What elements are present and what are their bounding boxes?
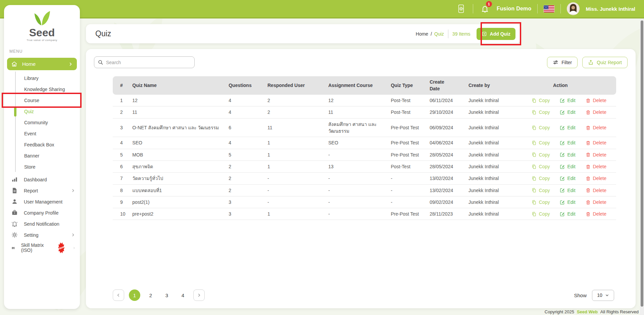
cell-action: Copy Edit Delete <box>505 137 616 149</box>
quiz-report-label: Quiz Report <box>597 60 622 65</box>
sidebar-item-knowledge-sharing[interactable]: Knowledge Sharing <box>4 84 80 95</box>
sidebar-item-feedback-box[interactable]: Feedback Box <box>4 139 80 150</box>
cell-quiz-name: pre+post2 <box>130 208 226 220</box>
delete-button[interactable]: Delete <box>586 175 606 182</box>
col-responded-user: Responded User <box>265 76 326 95</box>
next-page-button[interactable] <box>193 289 205 301</box>
edit-button[interactable]: Edit <box>560 163 575 170</box>
edit-icon <box>560 110 565 115</box>
delete-button[interactable]: Delete <box>586 97 606 104</box>
previous-page-button[interactable] <box>113 289 124 301</box>
sidebar-item-banner[interactable]: Banner <box>4 150 80 162</box>
col-questions: Questions <box>226 76 265 95</box>
cell-number: 10 <box>113 208 130 220</box>
search-box <box>94 56 195 68</box>
sidebar-item-quiz[interactable]: Quiz <box>4 106 80 117</box>
user-avatar[interactable] <box>567 2 580 15</box>
add-quiz-button[interactable]: Add Quiz <box>477 28 515 40</box>
copy-label: Copy <box>539 124 550 131</box>
copy-button[interactable]: Copy <box>532 211 550 217</box>
scrollbar-thumb[interactable] <box>641 20 643 307</box>
edit-button[interactable]: Edit <box>560 124 575 131</box>
copy-button[interactable]: Copy <box>532 139 550 146</box>
page-button[interactable]: 2 <box>145 289 156 301</box>
footer-brand-link[interactable]: Seed Web <box>576 309 598 314</box>
edit-button[interactable]: Edit <box>560 151 575 158</box>
cell-questions: 4 <box>226 95 265 106</box>
delete-button[interactable]: Delete <box>586 109 606 116</box>
table-row: 10 pre+post2 3 1 - Pre-Post Test 28/11/2… <box>113 208 616 220</box>
delete-button[interactable]: Delete <box>586 211 606 217</box>
copy-icon <box>532 176 537 181</box>
cell-responded-user: - <box>265 184 326 196</box>
page-button[interactable]: 4 <box>177 289 189 301</box>
delete-icon <box>586 188 591 193</box>
edit-label: Edit <box>567 175 575 182</box>
delete-button[interactable]: Delete <box>586 163 606 170</box>
edit-button[interactable]: Edit <box>560 139 575 146</box>
copy-button[interactable]: Copy <box>532 97 550 104</box>
edit-label: Edit <box>567 109 575 116</box>
copy-button[interactable]: Copy <box>532 109 550 116</box>
delete-button[interactable]: Delete <box>586 124 606 131</box>
edit-icon <box>560 188 565 193</box>
cell-action: Copy Edit Delete <box>505 161 616 172</box>
edit-button[interactable]: Edit <box>560 199 575 206</box>
sidebar-item-community[interactable]: Community <box>4 117 80 128</box>
filter-button[interactable]: Filter <box>547 57 578 68</box>
copy-button[interactable]: Copy <box>532 187 550 194</box>
delete-icon <box>586 176 591 181</box>
edit-button[interactable]: Edit <box>560 175 575 182</box>
copy-icon <box>532 212 537 217</box>
quiz-table: # Quiz Name Questions Responded User Ass… <box>113 76 616 220</box>
page-size-select[interactable]: 10 <box>592 290 614 301</box>
sidebar-item-company-profile[interactable]: Company Profile <box>4 207 80 218</box>
delete-icon <box>586 98 591 103</box>
copy-button[interactable]: Copy <box>532 175 550 182</box>
delete-button[interactable]: Delete <box>586 151 606 158</box>
copy-button[interactable]: Copy <box>532 151 550 158</box>
delete-icon <box>586 200 591 205</box>
cell-number: 2 <box>113 106 130 118</box>
page-title: Quiz <box>95 29 111 38</box>
sidebar-item-home[interactable]: Home <box>7 58 77 70</box>
sidebar-item-dashboard[interactable]: Dashboard <box>4 174 80 185</box>
breadcrumb-home-link[interactable]: Home <box>416 31 428 37</box>
edit-button[interactable]: Edit <box>560 211 575 217</box>
page-button[interactable]: 1 <box>129 289 140 301</box>
sidebar-item-store[interactable]: Store <box>4 162 80 173</box>
language-flag-icon[interactable] <box>544 5 554 12</box>
copy-button[interactable]: Copy <box>532 124 550 131</box>
copy-button[interactable]: Copy <box>532 163 550 170</box>
search-input[interactable] <box>106 60 191 65</box>
mobile-app-icon[interactable] <box>455 3 467 14</box>
notifications-bell-icon[interactable]: 1 <box>479 3 491 14</box>
delete-icon <box>586 152 591 157</box>
cell-questions: 3 <box>226 196 265 208</box>
copy-button[interactable]: Copy <box>532 199 550 206</box>
delete-button[interactable]: Delete <box>586 187 606 194</box>
sidebar-item-library[interactable]: Library <box>4 73 80 84</box>
sidebar-item-setting[interactable]: Setting <box>4 229 80 240</box>
col-quiz-name: Quiz Name <box>130 76 226 95</box>
quiz-report-button[interactable]: Quiz Report <box>582 57 628 68</box>
sidebar-item-user-management[interactable]: User Management <box>4 196 80 207</box>
sidebar-item-event[interactable]: Event <box>4 128 80 139</box>
delete-button[interactable]: Delete <box>586 139 606 146</box>
delete-button[interactable]: Delete <box>586 199 606 206</box>
sidebar-item-label: Send Notification <box>24 221 59 227</box>
filter-icon <box>553 59 558 65</box>
edit-button[interactable]: Edit <box>560 109 575 116</box>
sidebar-item-send-notification[interactable]: Send Notification <box>4 218 80 229</box>
edit-button[interactable]: Edit <box>560 187 575 194</box>
cell-create-date: 28/05/2024 <box>427 161 466 172</box>
sidebar-item-course[interactable]: Course <box>4 95 80 106</box>
edit-icon <box>560 98 565 103</box>
page-button[interactable]: 3 <box>161 289 172 301</box>
copy-icon <box>532 200 537 205</box>
sidebar-item-skill-matrix[interactable]: Skill Matrix (ISO) New <box>4 240 80 255</box>
chevron-right-icon <box>73 246 75 250</box>
table-row: 8 แบบทดสอบที่1 2 - - - 13/02/2024 Junekk… <box>113 184 616 196</box>
sidebar-item-report[interactable]: Report <box>4 185 80 196</box>
edit-button[interactable]: Edit <box>560 97 575 104</box>
